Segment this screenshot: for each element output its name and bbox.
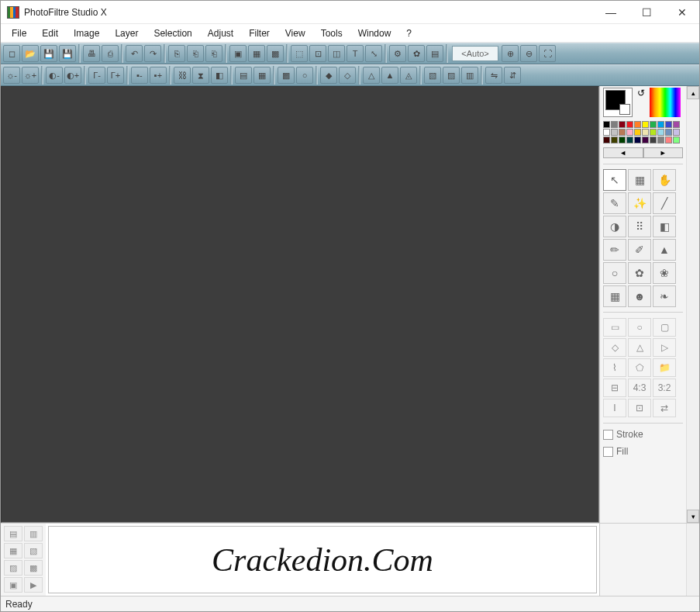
shape-lasso[interactable]: ⌇: [603, 358, 626, 377]
layer-btn-2[interactable]: ▥: [24, 526, 43, 541]
contrast-plus-icon[interactable]: ◐+: [64, 67, 81, 84]
palette-color[interactable]: [619, 137, 626, 143]
transform-icon[interactable]: ⤡: [365, 45, 382, 62]
palette-color[interactable]: [657, 137, 664, 143]
mirror-h-icon[interactable]: ⇋: [485, 67, 502, 84]
tool-spray[interactable]: ⠿: [628, 216, 651, 237]
layer-btn-5[interactable]: ▨: [4, 560, 22, 576]
contrast-minus-icon[interactable]: ◐-: [46, 67, 63, 84]
palette-color[interactable]: [626, 129, 633, 136]
tool-adv-brush[interactable]: ✐: [628, 239, 651, 261]
tool-brush[interactable]: ✏: [603, 239, 626, 261]
canvas-size-icon[interactable]: ⊡: [309, 45, 326, 62]
palette-color[interactable]: [650, 129, 657, 136]
palette-color[interactable]: [634, 129, 641, 136]
palette-color[interactable]: [657, 121, 664, 128]
tool-stamp[interactable]: ▲: [653, 239, 676, 261]
zoom-select[interactable]: <Auto>: [452, 46, 498, 61]
fx1-icon[interactable]: ▧: [424, 67, 441, 84]
bright-plus-icon[interactable]: ☼+: [22, 67, 39, 84]
tool-wand[interactable]: ✨: [628, 192, 651, 214]
new-icon[interactable]: ◻: [3, 45, 20, 62]
menu-window[interactable]: Window: [352, 26, 398, 40]
palette-color[interactable]: [642, 137, 649, 143]
layer-btn-3[interactable]: ▦: [4, 543, 22, 558]
tool-eyedropper[interactable]: ✎: [603, 192, 626, 214]
fill-checkbox[interactable]: [603, 447, 613, 457]
scrollbar-vertical[interactable]: ▴ ▾: [686, 86, 699, 523]
print-icon[interactable]: 🖶: [83, 45, 100, 62]
color-palette[interactable]: [603, 121, 683, 143]
shape-folder[interactable]: 📁: [653, 358, 676, 377]
soften-icon[interactable]: ◇: [339, 67, 356, 84]
layer-btn-7[interactable]: ▣: [4, 577, 22, 593]
tool-line[interactable]: ╱: [653, 192, 676, 214]
layer-play-icon[interactable]: ▶: [24, 577, 43, 593]
bright-minus-icon[interactable]: ☼-: [3, 67, 20, 84]
palette-color[interactable]: [634, 121, 641, 128]
paste-icon[interactable]: ⎗: [187, 45, 204, 62]
saveas-icon[interactable]: 💾: [59, 45, 76, 62]
gamma-minus-icon[interactable]: Γ-: [88, 67, 105, 84]
palette-color[interactable]: [626, 121, 633, 128]
shape-rect[interactable]: ▭: [603, 318, 626, 337]
menu-image[interactable]: Image: [67, 26, 105, 40]
shape-ratio-32[interactable]: 3:2: [653, 379, 676, 397]
sepia-icon[interactable]: ▤: [235, 67, 252, 84]
tool-fill[interactable]: ◑: [603, 216, 626, 237]
menu-layer[interactable]: Layer: [109, 26, 144, 40]
palette-color[interactable]: [611, 137, 618, 143]
sat-minus-icon[interactable]: ▪-: [131, 67, 148, 84]
palette-color[interactable]: [603, 129, 610, 136]
palette-color[interactable]: [611, 121, 618, 128]
layer-a-icon[interactable]: ▣: [229, 45, 247, 62]
stroke-option[interactable]: Stroke: [603, 429, 683, 440]
tool-clone[interactable]: ❀: [653, 262, 676, 284]
menu-selection[interactable]: Selection: [147, 26, 198, 40]
mirror-v-icon[interactable]: ⇵: [504, 67, 521, 84]
palette-left[interactable]: ◄: [603, 147, 643, 158]
dither2-icon[interactable]: ▩: [278, 67, 295, 84]
menu-file[interactable]: File: [5, 26, 33, 40]
menu-edit[interactable]: Edit: [36, 26, 64, 40]
relief-icon[interactable]: △: [363, 67, 380, 84]
color-spectrum[interactable]: [650, 88, 681, 117]
palette-color[interactable]: [642, 121, 649, 128]
fill-option[interactable]: Fill: [603, 446, 683, 457]
layer-btn-4[interactable]: ▧: [24, 543, 43, 558]
tool-pointer[interactable]: ↖: [603, 169, 626, 191]
canvas[interactable]: [1, 86, 599, 523]
blur-icon[interactable]: ○: [296, 67, 313, 84]
zoom-out-icon[interactable]: ⊖: [520, 45, 537, 62]
shape-round-rect[interactable]: ▢: [653, 318, 676, 337]
palette-color[interactable]: [657, 129, 664, 136]
minimize-button[interactable]: —: [600, 5, 622, 20]
tool-blur[interactable]: ○: [603, 262, 626, 284]
shape-circle[interactable]: ○: [628, 318, 651, 337]
open-icon[interactable]: 📂: [22, 45, 39, 62]
gamma-plus-icon[interactable]: Γ+: [107, 67, 124, 84]
palette-right[interactable]: ►: [643, 147, 684, 158]
auto-levels-icon[interactable]: ⧗: [192, 67, 209, 84]
shape-invert[interactable]: I: [603, 399, 626, 417]
paste2-icon[interactable]: ⎗: [205, 45, 222, 62]
palette-color[interactable]: [665, 129, 672, 136]
histogram-icon[interactable]: ⛓: [174, 67, 191, 84]
palette-color[interactable]: [619, 121, 626, 128]
menu-adjust[interactable]: Adjust: [202, 26, 240, 40]
tool-eraser[interactable]: ◧: [653, 216, 676, 237]
explorer-icon[interactable]: ▤: [426, 45, 443, 62]
shape-poly[interactable]: ⬠: [628, 358, 651, 377]
plugin2-icon[interactable]: ✿: [408, 45, 425, 62]
tool-pattern[interactable]: ▦: [603, 285, 626, 307]
shape-bounds[interactable]: ⊡: [628, 399, 651, 417]
scroll-up[interactable]: ▴: [687, 86, 699, 99]
maximize-button[interactable]: ☐: [636, 5, 657, 20]
copy-icon[interactable]: ⎘: [168, 45, 185, 62]
tool-art[interactable]: ❧: [653, 285, 676, 307]
palette-color[interactable]: [642, 129, 649, 136]
palette-color[interactable]: [626, 137, 633, 143]
palette-color[interactable]: [611, 129, 618, 136]
sharpen-icon[interactable]: ◆: [320, 67, 337, 84]
tool-smudge[interactable]: ✿: [628, 262, 651, 284]
